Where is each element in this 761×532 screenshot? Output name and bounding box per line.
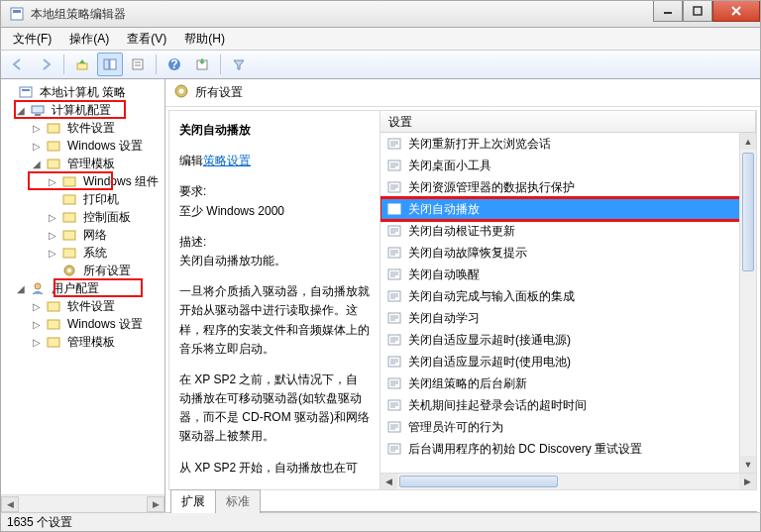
folder-icon	[61, 227, 77, 243]
tree-control-panel[interactable]: 控制面板	[80, 208, 134, 227]
svg-rect-26	[63, 249, 75, 258]
setting-label: 关机期间挂起登录会话的超时时间	[408, 397, 587, 414]
expand-icon[interactable]: ▷	[31, 319, 43, 330]
setting-row[interactable]: 关闭自适应显示超时(接通电源)	[380, 329, 756, 351]
tree-user-software[interactable]: 软件设置	[64, 297, 118, 316]
setting-row[interactable]: 关闭重新打开上次浏览会话	[380, 133, 756, 155]
svg-rect-23	[63, 195, 75, 204]
scroll-thumb[interactable]	[742, 153, 754, 271]
tab-extended[interactable]: 扩展	[170, 489, 216, 513]
svg-rect-25	[63, 231, 75, 240]
scroll-left-icon[interactable]: ◀	[380, 474, 397, 489]
collapse-icon[interactable]: ◢	[31, 159, 43, 169]
toolbar: ?	[0, 50, 761, 79]
tree-pane: 本地计算机 策略 ◢ 计算机配置 ▷ 软件设置 ▷ Windows 设置 ◢ 管…	[1, 79, 165, 512]
folder-icon	[46, 120, 61, 136]
policy-item-icon	[386, 289, 402, 303]
tree-printers[interactable]: 打印机	[80, 190, 122, 209]
window-title: 本地组策略编辑器	[31, 6, 126, 23]
menubar: 文件(F) 操作(A) 查看(V) 帮助(H)	[0, 28, 761, 50]
tree-network[interactable]: 网络	[80, 226, 110, 245]
maximize-button[interactable]	[683, 1, 712, 22]
navigation-tree[interactable]: 本地计算机 策略 ◢ 计算机配置 ▷ 软件设置 ▷ Windows 设置 ◢ 管…	[1, 79, 164, 355]
list-hscroll[interactable]: ◀ ▶	[380, 473, 756, 489]
up-button[interactable]	[69, 53, 95, 76]
folder-icon	[61, 173, 77, 189]
edit-label: 编辑	[179, 154, 203, 167]
expand-icon[interactable]: ▷	[31, 301, 43, 312]
tree-system[interactable]: 系统	[80, 244, 110, 263]
setting-row[interactable]: 关闭自适应显示超时(使用电池)	[380, 351, 756, 372]
collapse-icon[interactable]: ◢	[15, 105, 27, 116]
expand-icon[interactable]: ▷	[47, 176, 58, 187]
expand-icon[interactable]: ▷	[47, 230, 58, 241]
policy-item-icon	[386, 137, 402, 151]
tree-user-windows[interactable]: Windows 设置	[64, 315, 146, 334]
tree-user-config[interactable]: 用户配置	[49, 279, 102, 298]
tree-windows-settings[interactable]: Windows 设置	[64, 137, 146, 156]
tree-hscroll[interactable]: ◀ ▶	[1, 494, 164, 512]
list-vscroll[interactable]: ▲ ▼	[739, 133, 756, 473]
tree-root[interactable]: 本地计算机 策略	[37, 83, 129, 102]
expand-icon[interactable]: ▷	[31, 337, 43, 348]
policy-item-icon	[386, 398, 402, 412]
setting-row[interactable]: 关闭自动播放	[380, 198, 756, 220]
tree-software-settings[interactable]: 软件设置	[64, 119, 118, 138]
expand-icon[interactable]: ▷	[47, 248, 58, 259]
tree-all-settings[interactable]: 所有设置	[80, 262, 134, 280]
svg-rect-32	[48, 338, 59, 347]
collapse-icon[interactable]: ◢	[15, 283, 27, 294]
setting-label: 关闭自动根证书更新	[408, 223, 515, 240]
scroll-right-icon[interactable]: ▶	[739, 474, 756, 489]
export-button[interactable]	[189, 53, 215, 76]
column-setting[interactable]: 设置	[380, 111, 756, 132]
expand-icon[interactable]: ▷	[47, 212, 58, 223]
scroll-right-icon[interactable]: ▶	[147, 496, 164, 512]
svg-rect-6	[77, 63, 87, 69]
policy-item-icon	[386, 202, 402, 216]
show-tree-button[interactable]	[97, 53, 123, 76]
setting-row[interactable]: 关机期间挂起登录会话的超时时间	[380, 394, 756, 416]
scroll-down-icon[interactable]: ▼	[740, 456, 756, 473]
expand-icon[interactable]: ▷	[31, 141, 43, 152]
setting-label: 关闭自动故障恢复提示	[408, 245, 527, 262]
setting-row[interactable]: 关闭自动根证书更新	[380, 220, 756, 242]
svg-rect-21	[48, 160, 59, 168]
expand-icon[interactable]: ▷	[31, 123, 43, 134]
settings-list[interactable]: 关闭重新打开上次浏览会话关闭桌面小工具关闭资源管理器的数据执行保护关闭自动播放关…	[380, 133, 756, 473]
setting-row[interactable]: 关闭桌面小工具	[380, 155, 756, 176]
setting-row[interactable]: 关闭自动学习	[380, 307, 756, 329]
svg-rect-18	[35, 114, 41, 116]
tree-user-admin[interactable]: 管理模板	[64, 333, 118, 352]
setting-row[interactable]: 后台调用程序的初始 DC Discovery 重试设置	[380, 438, 756, 460]
setting-row[interactable]: 关闭自动故障恢复提示	[380, 242, 756, 264]
setting-row[interactable]: 管理员许可的行为	[380, 416, 756, 438]
menu-file[interactable]: 文件(F)	[5, 29, 59, 50]
policy-item-icon	[386, 224, 402, 238]
scroll-left-icon[interactable]: ◀	[1, 496, 19, 512]
help-button[interactable]: ?	[162, 53, 187, 76]
tree-windows-components[interactable]: Windows 组件	[80, 172, 162, 191]
menu-action[interactable]: 操作(A)	[61, 29, 117, 50]
minimize-button[interactable]	[653, 1, 683, 22]
setting-label: 关闭资源管理器的数据执行保护	[408, 179, 575, 196]
scroll-up-icon[interactable]: ▲	[740, 133, 756, 150]
setting-row[interactable]: 关闭组策略的后台刷新	[380, 372, 756, 394]
nav-forward-button[interactable]	[33, 53, 58, 76]
properties-button[interactable]	[125, 53, 151, 76]
setting-row[interactable]: 关闭自动唤醒	[380, 264, 756, 285]
nav-back-button[interactable]	[5, 53, 31, 76]
setting-row[interactable]: 关闭资源管理器的数据执行保护	[380, 176, 756, 198]
menu-view[interactable]: 查看(V)	[119, 29, 174, 50]
edit-policy-link[interactable]: 策略设置	[203, 154, 251, 167]
tree-computer-config[interactable]: 计算机配置	[49, 101, 114, 120]
filter-button[interactable]	[226, 53, 252, 76]
scroll-thumb[interactable]	[399, 476, 558, 487]
close-button[interactable]	[712, 1, 760, 22]
list-header[interactable]: 设置	[380, 111, 756, 133]
tab-standard[interactable]: 标准	[215, 489, 261, 513]
setting-row[interactable]: 关闭自动完成与输入面板的集成	[380, 285, 756, 307]
policy-item-icon	[386, 180, 402, 194]
tree-admin-templates[interactable]: 管理模板	[64, 155, 118, 173]
menu-help[interactable]: 帮助(H)	[176, 29, 233, 50]
